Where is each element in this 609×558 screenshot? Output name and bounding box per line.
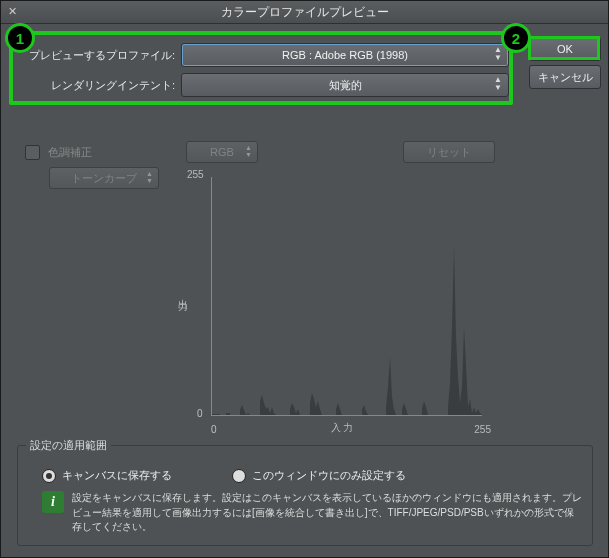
close-icon[interactable]: ✕ (5, 4, 19, 18)
profile-dropdown[interactable]: RGB : Adobe RGB (1998) ▲▼ (181, 43, 509, 67)
profile-label: プレビューするプロファイル: (17, 48, 181, 63)
updown-icon: ▲▼ (494, 46, 502, 62)
ok-button[interactable]: OK (529, 37, 601, 61)
color-profile-preview-dialog: ✕ カラープロファイルプレビュー 1 2 プレビューするプロファイル: RGB … (0, 0, 609, 558)
histogram-plot (211, 177, 482, 416)
y-axis-label: 出力 (175, 291, 189, 295)
scope-legend: 設定の適用範囲 (26, 438, 111, 453)
titlebar: ✕ カラープロファイルプレビュー (1, 1, 608, 24)
scope-info-text: 設定をキャンバスに保存します。設定はこのキャンバスを表示しているほかのウィンドウ… (72, 491, 582, 535)
intent-row: レンダリングインテント: 知覚的 ▲▼ (17, 73, 509, 97)
channel-dropdown[interactable]: RGB ▲▼ (186, 141, 258, 163)
intent-value: 知覚的 (329, 78, 362, 93)
profile-row: プレビューするプロファイル: RGB : Adobe RGB (1998) ▲▼ (17, 43, 509, 67)
intent-label: レンダリングインテント: (17, 78, 181, 93)
curve-row: トーンカーブ ▲▼ (49, 167, 159, 189)
histogram-svg (212, 177, 482, 415)
scope-radio-window[interactable]: このウィンドウにのみ設定する (232, 468, 406, 483)
radio-icon (232, 469, 246, 483)
x-axis-min: 0 (211, 424, 217, 435)
cancel-button[interactable]: キャンセル (529, 65, 601, 89)
scope-radio-canvas[interactable]: キャンバスに保存する (42, 468, 172, 483)
reset-button[interactable]: リセット (403, 141, 495, 163)
dialog-title: カラープロファイルプレビュー (221, 4, 389, 21)
tone-correction-row: 色調補正 RGB ▲▼ リセット (25, 141, 585, 163)
scope-radio-row: キャンバスに保存する このウィンドウにのみ設定する (28, 468, 582, 483)
radio-icon (42, 469, 56, 483)
curve-type-dropdown[interactable]: トーンカーブ ▲▼ (49, 167, 159, 189)
y-axis-min: 0 (197, 408, 203, 419)
scope-groupbox: 設定の適用範囲 キャンバスに保存する このウィンドウにのみ設定する i 設定をキ… (17, 445, 593, 546)
y-axis-max: 255 (187, 169, 204, 180)
updown-icon: ▲▼ (494, 76, 502, 92)
profile-value: RGB : Adobe RGB (1998) (282, 49, 408, 61)
scope-info-row: i 設定をキャンバスに保存します。設定はこのキャンバスを表示しているほかのウィン… (28, 491, 582, 535)
tone-correction-checkbox[interactable] (25, 145, 40, 160)
x-axis-label: 入力 (331, 421, 355, 435)
updown-icon: ▲▼ (245, 144, 252, 158)
tone-correction-label: 色調補正 (48, 145, 92, 160)
info-icon: i (42, 491, 64, 513)
histogram-area: 255 0 出力 0 255 入力 (211, 171, 491, 431)
x-axis-max: 255 (474, 424, 491, 435)
intent-dropdown[interactable]: 知覚的 ▲▼ (181, 73, 509, 97)
updown-icon: ▲▼ (146, 170, 153, 184)
